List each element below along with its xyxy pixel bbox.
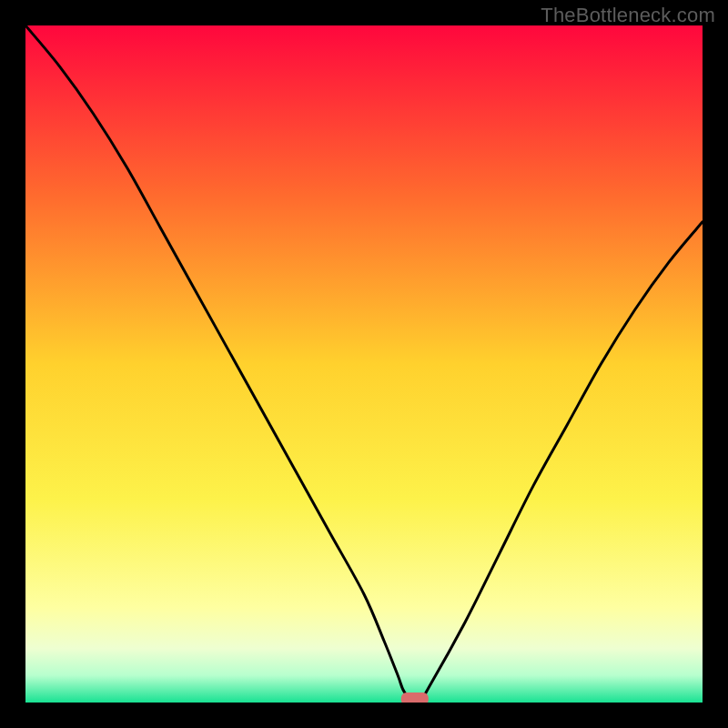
chart-container — [25, 25, 703, 703]
bottleneck-chart — [25, 25, 703, 703]
watermark-text: TheBottleneck.com — [541, 4, 715, 27]
minimum-marker — [401, 693, 429, 703]
